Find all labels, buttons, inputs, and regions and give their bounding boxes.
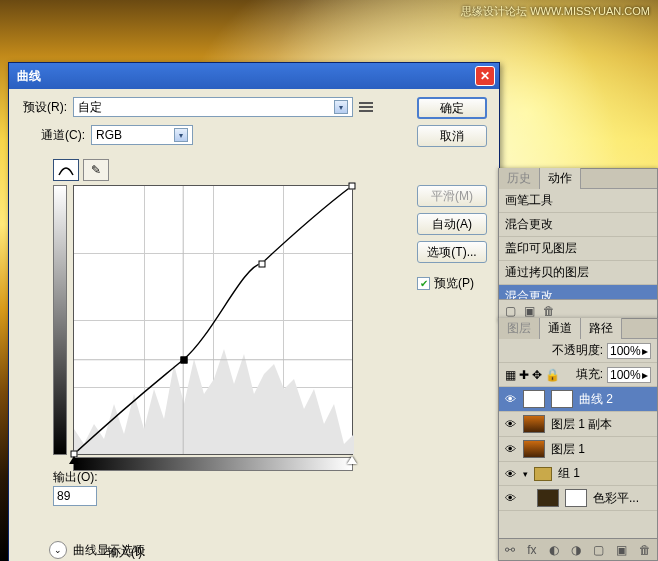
trash-icon[interactable]: 🗑 — [639, 543, 651, 557]
fill-row: ▦ ✚ ✥ 🔒 填充: 100%▸ — [499, 363, 657, 387]
dialog-titlebar[interactable]: 曲线 ✕ — [9, 63, 499, 89]
output-label: 输出(O): — [53, 470, 98, 484]
new-layer-icon[interactable]: ▣ — [616, 543, 627, 557]
mask-thumb — [565, 489, 587, 507]
button-stack: 确定 取消 平滑(M) 自动(A) 选项(T)... ✔ 预览(P) — [417, 97, 487, 292]
close-button[interactable]: ✕ — [475, 66, 495, 86]
tab-layers[interactable]: 图层 — [499, 318, 540, 339]
visibility-icon[interactable]: 👁 — [503, 467, 517, 481]
history-item[interactable]: 通过拷贝的图层 — [499, 261, 657, 285]
folder-icon — [534, 467, 552, 481]
close-icon: ✕ — [480, 69, 490, 83]
chevron-right-icon: ▸ — [642, 368, 648, 382]
ok-button[interactable]: 确定 — [417, 97, 487, 119]
layer-name: 图层 1 副本 — [551, 416, 612, 433]
curve-point-3[interactable] — [349, 183, 356, 190]
smooth-button: 平滑(M) — [417, 185, 487, 207]
history-list: 画笔工具 混合更改 盖印可见图层 通过拷贝的图层 混合更改 — [499, 189, 657, 299]
tab-channels[interactable]: 通道 — [540, 318, 581, 339]
trash-icon[interactable]: 🗑 — [543, 304, 555, 318]
chevron-down-icon: ▾ — [334, 100, 348, 114]
layer-name: 图层 1 — [551, 441, 585, 458]
fill-label: 填充: — [576, 366, 603, 383]
curve-tool-pencil[interactable]: ✎ — [83, 159, 109, 181]
preset-select[interactable]: 自定 ▾ — [73, 97, 353, 117]
visibility-icon[interactable]: 👁 — [503, 442, 517, 456]
curve-tool-point[interactable] — [53, 159, 79, 181]
adjustment-thumb — [537, 489, 559, 507]
cancel-button[interactable]: 取消 — [417, 125, 487, 147]
layers-list: 👁 曲线 2 👁 图层 1 副本 👁 图层 1 👁 ▾ 组 1 👁 色彩平.. — [499, 387, 657, 511]
visibility-icon[interactable]: 👁 — [503, 392, 517, 406]
fill-input[interactable]: 100%▸ — [607, 367, 651, 383]
layer-name: 色彩平... — [593, 490, 639, 507]
expand-icon: ⌄ — [49, 541, 67, 559]
history-item[interactable]: 盖印可见图层 — [499, 237, 657, 261]
adjustment-icon[interactable]: ◑ — [571, 543, 581, 557]
link-icon[interactable]: ⚯ — [505, 543, 515, 557]
opacity-input[interactable]: 100%▸ — [607, 343, 651, 359]
curves-dialog: 曲线 ✕ 预设(R): 自定 ▾ 通道(C): RGB ▾ 确定 取消 平滑(M… — [8, 62, 500, 561]
curve-line — [74, 186, 352, 454]
lock-icon[interactable]: ▦ — [505, 368, 516, 382]
channel-select[interactable]: RGB ▾ — [91, 125, 193, 145]
curve-display-expander[interactable]: ⌄ 曲线显示选项 — [49, 541, 145, 559]
layer-item[interactable]: 👁 曲线 2 — [499, 387, 657, 412]
tab-paths[interactable]: 路径 — [581, 318, 622, 339]
options-button[interactable]: 选项(T)... — [417, 241, 487, 263]
tab-actions[interactable]: 动作 — [540, 168, 581, 189]
preset-label: 预设(R): — [23, 99, 67, 116]
preview-checkbox[interactable]: ✔ 预览(P) — [417, 275, 487, 292]
layer-item[interactable]: 👁 图层 1 — [499, 437, 657, 462]
output-gradient — [53, 185, 67, 455]
layers-footer: ⚯ fx ◐ ◑ ▢ ▣ 🗑 — [499, 538, 657, 560]
opacity-row: 不透明度: 100%▸ — [499, 339, 657, 363]
layer-name: 组 1 — [558, 465, 580, 482]
fx-icon[interactable]: fx — [527, 543, 536, 557]
lock-all-icon[interactable]: 🔒 — [545, 368, 560, 382]
layer-item[interactable]: 👁 ▾ 组 1 — [499, 462, 657, 486]
watermark-text: 思缘设计论坛 WWW.MISSYUAN.COM — [461, 4, 650, 19]
chevron-right-icon: ▸ — [642, 344, 648, 358]
mask-icon[interactable]: ◐ — [549, 543, 559, 557]
snapshot-icon[interactable]: ▢ — [505, 304, 516, 318]
lock-position-icon[interactable]: ✥ — [532, 368, 542, 382]
output-input[interactable] — [53, 486, 97, 506]
dialog-body: 预设(R): 自定 ▾ 通道(C): RGB ▾ 确定 取消 平滑(M) 自动(… — [9, 89, 499, 561]
white-point-slider[interactable] — [347, 456, 357, 464]
tab-history[interactable]: 历史 — [499, 168, 540, 189]
lock-pixels-icon[interactable]: ✚ — [519, 368, 529, 382]
chevron-down-icon: ▾ — [174, 128, 188, 142]
channel-label: 通道(C): — [41, 127, 85, 144]
black-point-slider[interactable] — [69, 456, 79, 464]
adjustment-thumb — [523, 390, 545, 408]
layer-thumb — [523, 440, 545, 458]
history-item[interactable]: 画笔工具 — [499, 189, 657, 213]
mask-thumb — [551, 390, 573, 408]
auto-button[interactable]: 自动(A) — [417, 213, 487, 235]
opacity-label: 不透明度: — [552, 342, 603, 359]
layer-thumb — [523, 415, 545, 433]
curve-grid[interactable] — [73, 185, 353, 455]
visibility-icon[interactable]: 👁 — [503, 491, 517, 505]
layer-item[interactable]: 👁 色彩平... — [499, 486, 657, 511]
history-panel: 历史 动作 画笔工具 混合更改 盖印可见图层 通过拷贝的图层 混合更改 ▢ ▣ … — [498, 168, 658, 322]
new-doc-icon[interactable]: ▣ — [524, 304, 535, 318]
preset-menu-icon[interactable] — [359, 102, 373, 112]
history-item[interactable]: 混合更改 — [499, 213, 657, 237]
checkbox-icon: ✔ — [417, 277, 430, 290]
chevron-down-icon[interactable]: ▾ — [523, 469, 528, 479]
channel-value: RGB — [96, 128, 122, 142]
group-icon[interactable]: ▢ — [593, 543, 604, 557]
curve-point-2[interactable] — [258, 260, 265, 267]
layer-item[interactable]: 👁 图层 1 副本 — [499, 412, 657, 437]
visibility-icon[interactable]: 👁 — [503, 417, 517, 431]
curve-point-1[interactable] — [181, 357, 188, 364]
history-item[interactable]: 混合更改 — [499, 285, 657, 299]
dialog-title: 曲线 — [17, 68, 475, 85]
curve-icon — [57, 163, 75, 177]
curve-area: ✎ — [53, 159, 393, 457]
curve-options-label: 曲线显示选项 — [73, 542, 145, 559]
layers-panel: 图层 通道 路径 不透明度: 100%▸ ▦ ✚ ✥ 🔒 填充: 100%▸ 👁… — [498, 318, 658, 561]
preset-value: 自定 — [78, 99, 102, 116]
